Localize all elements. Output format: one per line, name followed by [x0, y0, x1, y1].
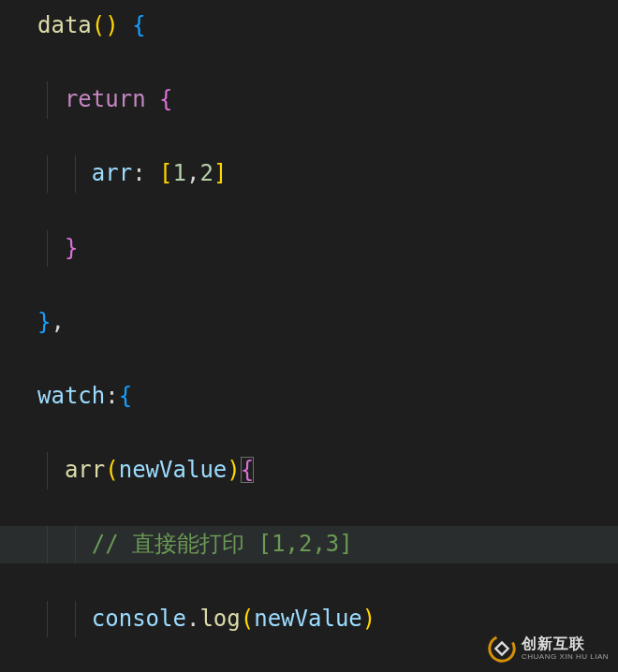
code-line: arr(newValue){: [0, 452, 618, 489]
code-line: // 直接能打印 [1,2,3]: [0, 526, 618, 563]
code-line: data() {: [0, 7, 618, 45]
code-line: watch:{: [0, 378, 618, 416]
code-line: },: [0, 304, 618, 342]
code-line: console.log(newValue): [0, 601, 618, 638]
code-line: }: [0, 230, 618, 268]
code-block: data() { return { arr: [1,2] } }, watch:…: [0, 0, 618, 672]
code-line: arr: [1,2]: [0, 155, 618, 193]
code-line: return {: [0, 81, 618, 119]
